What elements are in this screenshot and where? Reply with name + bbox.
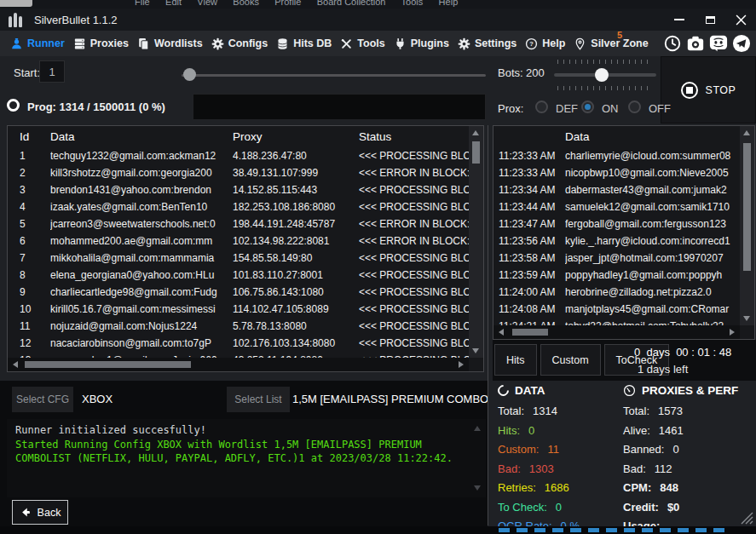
- nav-tools[interactable]: Tools: [340, 37, 384, 50]
- hit-row[interactable]: 11:23:56 AMkylie._.harry@icloud.com:inco…: [493, 233, 740, 250]
- start-position-input[interactable]: 1: [39, 60, 65, 83]
- hits-horizontal-scrollbar[interactable]: [493, 325, 740, 339]
- stop-button[interactable]: STOP: [661, 56, 756, 123]
- cell-data: samuelek12@gmail.com:samik1710: [565, 201, 740, 213]
- data-stats-panel: DATA Total:1314Hits:0Custom:11Bad:1303Re…: [498, 384, 626, 534]
- silver-zone-badge: 5: [617, 30, 622, 40]
- nav-wordlists[interactable]: Wordlists: [137, 37, 203, 50]
- start-label: Start:: [14, 66, 40, 79]
- col-proxy: Proxy: [233, 130, 359, 143]
- bots-slider-handle[interactable]: [595, 68, 609, 82]
- nav-help[interactable]: ? Help: [525, 37, 565, 50]
- log-line: Started Running Config XBOX with Wordlis…: [15, 438, 467, 466]
- nav-hits-db[interactable]: Hits DB: [276, 37, 332, 50]
- nav-label: Tools: [357, 37, 384, 49]
- start-slider[interactable]: [182, 68, 486, 82]
- log-scroll-up-icon[interactable]: [474, 426, 481, 431]
- back-button[interactable]: Back: [12, 500, 68, 525]
- cell-id: 5: [8, 218, 50, 230]
- results-row[interactable]: 5jcarreon3@sweetwaterschools.net:0198.44…: [8, 215, 469, 233]
- select-wordlist-button[interactable]: Select List: [227, 387, 290, 412]
- results-row[interactable]: 13rayzor.cobra1@gmail.com:Junior06043.25…: [8, 352, 469, 358]
- scroll-right-arrow[interactable]: [730, 329, 735, 336]
- hit-row[interactable]: 11:24:21 AMtobyd22@hotmail.com:Tobyholly…: [493, 318, 740, 325]
- results-row[interactable]: 9charliecartledge98@gmail.com:Fudg106.75…: [8, 284, 469, 301]
- nav-label: Help: [542, 37, 565, 49]
- radio-def[interactable]: [535, 100, 548, 113]
- tab-custom[interactable]: Custom: [540, 344, 601, 376]
- nav-plugins[interactable]: Plugins: [394, 37, 449, 50]
- hit-row[interactable]: 11:23:44 AMsamuelek12@gmail.com:samik171…: [493, 198, 740, 215]
- camera-icon[interactable]: [685, 34, 705, 54]
- hit-row[interactable]: 11:23:33 AMcharliemyrie@icloud.com:summe…: [493, 147, 740, 164]
- close-button[interactable]: [725, 9, 756, 31]
- nav-settings[interactable]: Settings: [458, 37, 517, 50]
- scroll-thumb[interactable]: [25, 361, 191, 368]
- hit-row[interactable]: 11:24:08 AMmanjotplays45@gmail.com:CRoma…: [493, 301, 740, 318]
- results-row[interactable]: 3brendon1431@yahoo.com:brendon14.152.85.…: [8, 181, 469, 198]
- hit-row[interactable]: 11:23:47 AMfergoball@gmail.com:fergusson…: [493, 215, 740, 233]
- nav-label: Wordlists: [154, 37, 203, 49]
- stat-label: Hits:: [498, 424, 520, 437]
- maximize-button[interactable]: [695, 9, 725, 31]
- radio-on-label: ON: [602, 102, 619, 115]
- scroll-up-arrow[interactable]: [743, 130, 750, 135]
- database-icon: [276, 37, 289, 50]
- nav-proxies[interactable]: Proxies: [73, 37, 129, 50]
- maximize-icon: [706, 16, 715, 24]
- results-row[interactable]: 12nacaciarobinson@gmail.com:to7gP102.176…: [8, 335, 469, 352]
- bots-slider[interactable]: [554, 60, 656, 90]
- hit-row[interactable]: 11:23:58 AMjasper_jpt@hotmail.com:199702…: [493, 250, 740, 267]
- scroll-left-arrow[interactable]: [499, 329, 504, 336]
- log-scroll-down-icon[interactable]: [474, 485, 481, 491]
- scroll-thumb[interactable]: [512, 329, 548, 336]
- radio-on[interactable]: [581, 100, 594, 113]
- scroll-up-arrow[interactable]: [472, 130, 479, 135]
- radio-off[interactable]: [628, 100, 641, 113]
- nav-label: Hits DB: [293, 37, 332, 49]
- discord-icon[interactable]: [708, 34, 728, 54]
- results-row[interactable]: 4izaak.yates@gmail.com:BenTen10182.253.1…: [8, 198, 469, 215]
- resize-grip[interactable]: [738, 511, 753, 525]
- hit-row[interactable]: 11:23:59 AMpoppyhadley1@gmail.com:poppyh: [493, 267, 740, 284]
- results-row[interactable]: 7mikkohalila@gmail.com:mammamia154.85.58…: [8, 250, 469, 267]
- hits-table: Data 11:23:33 AMcharliemyrie@icloud.com:…: [493, 125, 755, 340]
- cell-time: 11:23:47 AM: [493, 218, 565, 230]
- scroll-left-arrow[interactable]: [13, 361, 18, 368]
- results-row[interactable]: 2kill3rshotzz@gmail.com:georgia20038.49.…: [8, 164, 469, 181]
- scroll-thumb[interactable]: [743, 143, 751, 271]
- scroll-thumb[interactable]: [472, 141, 480, 164]
- scroll-down-arrow[interactable]: [472, 348, 479, 353]
- nav-silver-zone[interactable]: Silver Zone 5: [574, 37, 648, 50]
- results-row[interactable]: 1techguy1232@gmail.com:ackman124.188.236…: [8, 147, 469, 164]
- start-slider-track[interactable]: [182, 74, 486, 77]
- nav-runner[interactable]: Runner: [10, 37, 65, 50]
- stat-row: To Check:0: [498, 501, 626, 514]
- tab-hits[interactable]: Hits: [494, 344, 537, 376]
- minimize-button[interactable]: [664, 9, 695, 31]
- telegram-icon[interactable]: [731, 34, 751, 54]
- start-slider-handle[interactable]: [183, 68, 196, 81]
- results-row[interactable]: 11nojuzaid@gmail.com:Nojus12245.78.78.13…: [8, 318, 469, 335]
- results-horizontal-scrollbar[interactable]: [8, 358, 469, 371]
- cell-time: 11:23:34 AM: [493, 184, 565, 196]
- scroll-right-arrow[interactable]: [459, 361, 464, 368]
- stat-row: Bad:1303: [498, 462, 626, 475]
- results-vertical-scrollbar[interactable]: [469, 126, 483, 358]
- results-row[interactable]: 8elena_georgiana0@yahoo.com:HLu101.83.11…: [8, 267, 469, 284]
- col-data: Data: [50, 130, 233, 143]
- stat-row: Total:1573: [623, 405, 751, 417]
- configs-gear-icon: [211, 37, 224, 50]
- hit-row[interactable]: 11:23:33 AMnicopbwp10@gmail.com:Nieve200…: [493, 164, 740, 181]
- select-config-button[interactable]: Select CFG: [12, 387, 73, 412]
- results-row[interactable]: 10kirill05.16.7@gmail.com:messimessi114.…: [8, 301, 469, 318]
- hit-row[interactable]: 11:23:34 AMdabermaster43@gmail.com:jumak…: [493, 181, 740, 198]
- hit-row[interactable]: 11:24:00 AMherobrine@zilladog.net:pizza2…: [493, 284, 740, 301]
- history-clock-icon[interactable]: [662, 34, 682, 54]
- scroll-down-arrow[interactable]: [743, 316, 750, 321]
- hits-vertical-scrollbar[interactable]: [740, 126, 754, 325]
- stat-row: Hits:0: [498, 424, 626, 437]
- results-row[interactable]: 6mohammed200.ae@gmail.com:mm102.134.98.2…: [8, 233, 469, 250]
- nav-configs[interactable]: Configs: [211, 37, 268, 50]
- cell-status: <<< PROCESSING BLOCK: [359, 286, 469, 298]
